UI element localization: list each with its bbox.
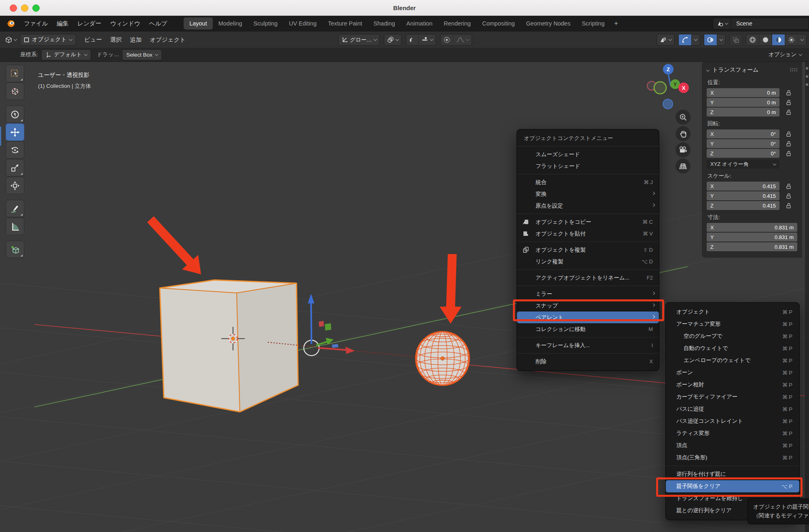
submenu-item-empty-groups[interactable]: 空のグループで⌘ P	[666, 330, 799, 342]
submenu-item-follow-path[interactable]: パスに追従⌘ P	[666, 403, 799, 415]
location-x-field[interactable]: X 0 m	[707, 88, 779, 97]
lock-icon[interactable]	[779, 193, 797, 199]
lock-icon[interactable]	[779, 150, 797, 156]
submenu-item-vertex-triangle[interactable]: 頂点(三角形)⌘ P	[666, 451, 799, 464]
menu-edit[interactable]: 編集	[52, 18, 73, 30]
tab-shading[interactable]: Shading	[368, 17, 400, 30]
viewport-3d[interactable]: ユーザー・透視投影 (1) Collection | 立方体	[0, 61, 809, 532]
lock-icon[interactable]	[779, 100, 797, 105]
tab-compositing[interactable]: Compositing	[477, 17, 521, 30]
scene-selector[interactable]: Scene	[713, 18, 809, 30]
tab-animation[interactable]: Animation	[401, 17, 438, 30]
tool-rotate[interactable]	[6, 141, 24, 159]
xray-toggle[interactable]	[729, 34, 742, 46]
axis-neg-y-handle[interactable]	[654, 82, 666, 94]
submenu-item-clear-parent[interactable]: 親子関係をクリア⌥ P	[666, 480, 799, 492]
transform-panel-header[interactable]: トランスフォーム	[707, 65, 797, 75]
gizmo-plane-handle-x[interactable]	[319, 321, 324, 327]
gizmo-dropdown[interactable]	[691, 34, 700, 45]
location-y-field[interactable]: Y 0 m	[707, 98, 779, 107]
show-overlays-toggle[interactable]	[704, 34, 717, 45]
menu-item-paste-object[interactable]: オブジェクトを貼付⌘ V	[517, 228, 659, 240]
menu-item-snap[interactable]: スナップ	[517, 300, 659, 312]
dimensions-x-field[interactable]: X 0.831 m	[707, 223, 797, 232]
menu-item-insert-keyframe[interactable]: キーフレームを挿入...I	[517, 339, 659, 351]
menu-object[interactable]: オブジェクト	[146, 34, 190, 46]
menu-item-convert[interactable]: 変換	[517, 188, 659, 200]
dimensions-y-field[interactable]: Y 0.831 m	[707, 233, 797, 242]
submenu-item-automatic-weights[interactable]: 自動のウェイトで⌘ P	[666, 342, 799, 354]
menu-item-duplicate[interactable]: オブジェクトを複製⇧ D	[517, 244, 659, 256]
submenu-item-bone[interactable]: ボーン⌘ P	[666, 367, 799, 379]
zoom-view-button[interactable]	[676, 110, 690, 125]
pivot-point-dropdown[interactable]	[384, 34, 402, 46]
tab-layout[interactable]: Layout	[184, 17, 213, 30]
menu-item-move-to-collection[interactable]: コレクションに移動M	[517, 323, 659, 335]
proportional-edit-toggle[interactable]	[441, 34, 453, 45]
zoom-window-button[interactable]	[32, 4, 40, 12]
navigation-gizmo[interactable]: Z Y X	[644, 61, 697, 112]
lock-icon[interactable]	[779, 141, 797, 146]
menu-item-set-origin[interactable]: 原点を設定	[517, 200, 659, 212]
close-window-button[interactable]	[10, 4, 17, 12]
gizmo-x-arrow[interactable]	[318, 348, 346, 350]
drag-grip-icon[interactable]	[790, 68, 797, 72]
gizmo-z-arrow[interactable]	[311, 303, 311, 344]
axis-neg-z-handle[interactable]	[663, 99, 673, 109]
show-gizmo-toggle[interactable]	[679, 34, 691, 45]
cube-object[interactable]	[160, 280, 298, 412]
submenu-item-object[interactable]: オブジェクト⌘ P	[666, 306, 799, 318]
editor-type-button[interactable]	[5, 36, 17, 44]
add-workspace-button[interactable]: +	[610, 18, 622, 29]
tool-select-box[interactable]	[6, 65, 24, 82]
tool-annotate[interactable]	[6, 200, 24, 217]
rotation-mode-dropdown[interactable]: XYZ オイラー角	[707, 160, 779, 169]
shading-wireframe-button[interactable]	[746, 34, 759, 45]
submenu-item-envelope-weights[interactable]: エンベロープのウェイトで⌘ P	[666, 354, 799, 367]
menu-view[interactable]: ビュー	[80, 34, 106, 46]
tool-measure[interactable]	[6, 218, 24, 235]
lock-icon[interactable]	[779, 203, 797, 208]
rotation-x-field[interactable]: X 0°	[707, 129, 779, 138]
menu-item-shade-flat[interactable]: フラットシェード	[517, 160, 659, 172]
shading-rendered-button[interactable]	[785, 34, 798, 45]
lock-icon[interactable]	[779, 90, 797, 95]
orientation-dropdown[interactable]: グロー…	[338, 34, 380, 46]
visibility-dropdown[interactable]	[657, 34, 675, 46]
menu-item-mirror[interactable]: ミラー	[517, 288, 659, 300]
snap-toggle[interactable]	[406, 34, 418, 45]
submenu-item-lattice-deform[interactable]: ラティス変形⌘ P	[666, 427, 799, 439]
shading-material-button[interactable]	[772, 34, 785, 45]
tab-texture-paint[interactable]: Texture Paint	[322, 17, 368, 30]
submenu-item-curve-modifier[interactable]: カーブモディファイアー⌘ P	[666, 391, 799, 403]
submenu-item-path-constraint[interactable]: パス追従コンストレイント⌘ P	[666, 415, 799, 427]
menu-window[interactable]: ウィンドウ	[106, 18, 144, 30]
tab-rendering[interactable]: Rendering	[438, 17, 477, 30]
lock-icon[interactable]	[779, 183, 797, 189]
menu-select[interactable]: 選択	[106, 34, 126, 46]
submenu-item-vertex[interactable]: 頂点⌘ P	[666, 439, 799, 451]
menu-item-parent[interactable]: ペアレント	[517, 312, 659, 323]
submenu-item-make-parent-no-inverse[interactable]: 逆行列を付けず親に	[666, 468, 799, 480]
options-dropdown[interactable]: オプション	[769, 51, 802, 58]
tool-tweak[interactable]	[6, 106, 24, 123]
panel-tab-strip[interactable]	[805, 61, 809, 532]
falloff-dropdown[interactable]	[453, 34, 472, 45]
gizmo-plane-handle-z[interactable]	[332, 344, 339, 348]
tool-transform[interactable]	[6, 177, 24, 194]
tool-scale[interactable]	[6, 159, 24, 176]
tool-move[interactable]	[6, 123, 24, 141]
menu-item-duplicate-linked[interactable]: リンク複製⌥ D	[517, 256, 659, 267]
scale-y-field[interactable]: Y 0.415	[707, 191, 779, 200]
menu-item-shade-smooth[interactable]: スムーズシェード	[517, 148, 659, 160]
gizmo-plane-handle-y[interactable]	[325, 323, 331, 331]
scene-browse-button[interactable]	[713, 18, 731, 29]
menu-render[interactable]: レンダー	[73, 18, 106, 30]
overlays-dropdown[interactable]	[717, 34, 725, 45]
pan-view-button[interactable]	[676, 126, 690, 141]
tab-modeling[interactable]: Modeling	[213, 17, 248, 30]
tool-cursor[interactable]	[6, 83, 24, 100]
coord-system-dropdown[interactable]: デフォルト	[41, 49, 91, 60]
shading-dropdown[interactable]	[798, 34, 806, 45]
submenu-item-bone-relative[interactable]: ボーン相対⌘ P	[666, 379, 799, 391]
